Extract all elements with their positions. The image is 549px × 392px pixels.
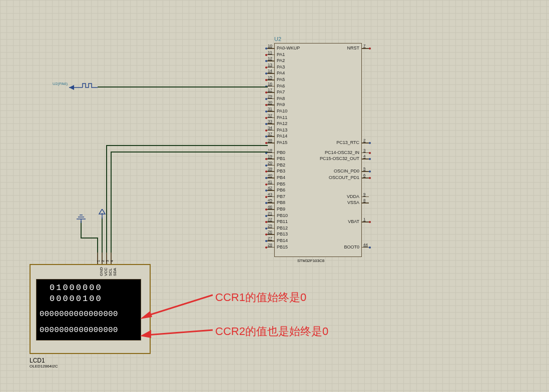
- pulse-icon[interactable]: [50, 78, 100, 90]
- pin-stub[interactable]: [267, 158, 274, 160]
- pin-stub[interactable]: [362, 178, 369, 178]
- pin-stub[interactable]: [267, 111, 274, 112]
- pin-label: PA6: [277, 84, 285, 88]
- pin-number: 33: [268, 119, 272, 124]
- pin-endpoint[interactable]: [265, 196, 267, 198]
- pin-stub[interactable]: [267, 190, 274, 191]
- pin-label: PB14: [277, 238, 288, 243]
- pin-stub[interactable]: [267, 234, 274, 235]
- pin-label: PB12: [277, 226, 288, 230]
- pin-endpoint[interactable]: [265, 98, 267, 100]
- wire-pb0-v[interactable]: [106, 145, 107, 253]
- pin-endpoint[interactable]: [369, 177, 371, 179]
- pin-stub[interactable]: [267, 178, 274, 178]
- pin-stub[interactable]: [267, 92, 274, 93]
- pin-endpoint[interactable]: [369, 48, 371, 50]
- pin-stub[interactable]: [267, 142, 274, 144]
- lcd-line-4: 0000000000000000: [40, 324, 138, 336]
- pin-label: VSSA: [347, 200, 359, 205]
- pin-stub[interactable]: [267, 48, 274, 49]
- lcd-pin-stub[interactable]: [97, 252, 98, 264]
- pin-label: PA1: [277, 52, 285, 57]
- lcd-pin-label: SDA: [113, 268, 117, 276]
- pin-number: 15: [268, 75, 272, 80]
- pin-stub[interactable]: [267, 202, 274, 204]
- pin-stub[interactable]: [362, 196, 369, 198]
- pin-stub[interactable]: [267, 152, 274, 154]
- pin-stub[interactable]: [267, 247, 274, 248]
- pin-stub[interactable]: [267, 171, 274, 172]
- pin-endpoint[interactable]: [265, 184, 267, 186]
- wire-pa6[interactable]: [98, 86, 268, 88]
- pin-endpoint[interactable]: [265, 66, 267, 68]
- pin-stub[interactable]: [267, 196, 274, 198]
- wire-gnd-h[interactable]: [81, 238, 98, 238]
- pin-stub[interactable]: [267, 86, 274, 87]
- pin-number: 22: [268, 217, 272, 222]
- lcd-pin-stub[interactable]: [111, 252, 112, 264]
- pin-endpoint[interactable]: [265, 130, 267, 132]
- pin-stub[interactable]: [267, 165, 274, 166]
- pin-endpoint[interactable]: [265, 215, 267, 217]
- wire-pb1-v[interactable]: [111, 152, 112, 253]
- pin-stub[interactable]: [267, 136, 274, 137]
- pin-stub[interactable]: [362, 202, 369, 204]
- pin-endpoint[interactable]: [265, 240, 267, 242]
- wire-pb1-h[interactable]: [111, 152, 268, 152]
- pin-endpoint[interactable]: [265, 110, 267, 112]
- pin-endpoint[interactable]: [265, 79, 267, 81]
- wire-pb0-h[interactable]: [106, 145, 268, 146]
- pin-endpoint[interactable]: [265, 54, 267, 56]
- pin-stub[interactable]: [362, 247, 369, 248]
- pin-stub[interactable]: [362, 142, 369, 144]
- pin-endpoint[interactable]: [265, 208, 267, 210]
- pin-number: 42: [268, 186, 272, 190]
- pin-stub[interactable]: [267, 184, 274, 185]
- pin-stub[interactable]: [267, 209, 274, 210]
- pin-endpoint[interactable]: [265, 117, 267, 119]
- pin-stub[interactable]: [267, 124, 274, 124]
- pin-endpoint[interactable]: [265, 142, 267, 144]
- pin-number: 17: [268, 88, 272, 92]
- pin-stub[interactable]: [267, 67, 274, 68]
- pin-stub[interactable]: [267, 104, 274, 106]
- pin-stub[interactable]: [267, 222, 274, 222]
- pin-endpoint[interactable]: [265, 164, 267, 166]
- wire-vcc-v[interactable]: [102, 218, 103, 253]
- pin-stub[interactable]: [362, 48, 369, 49]
- pin-stub[interactable]: [267, 240, 274, 242]
- pin-stub[interactable]: [267, 98, 274, 100]
- pin-endpoint[interactable]: [369, 142, 371, 144]
- pin-endpoint[interactable]: [265, 177, 267, 179]
- pin-endpoint[interactable]: [369, 246, 371, 248]
- pin-stub[interactable]: [267, 60, 274, 62]
- pin-endpoint[interactable]: [265, 228, 267, 230]
- lcd-pin-stub[interactable]: [102, 252, 103, 264]
- pin-endpoint[interactable]: [265, 246, 267, 248]
- pin-stub[interactable]: [267, 80, 274, 80]
- lcd-pin-label: SCL: [108, 268, 113, 276]
- lcd-line-2: 00000100: [40, 294, 138, 304]
- pin-stub[interactable]: [267, 54, 274, 56]
- pin-label: PB4: [277, 175, 285, 180]
- lcd-pin-stub[interactable]: [106, 252, 107, 264]
- pin-number: 4: [363, 154, 365, 158]
- pin-endpoint[interactable]: [369, 152, 371, 154]
- pin-stub[interactable]: [362, 171, 369, 172]
- pin-stub[interactable]: [267, 228, 274, 229]
- wire-gnd-v2[interactable]: [81, 221, 82, 238]
- pin-label: PA8: [277, 96, 285, 101]
- pin-number: 32: [268, 113, 272, 118]
- pin-label: PA15: [277, 140, 287, 145]
- pin-stub[interactable]: [267, 118, 274, 118]
- pin-stub[interactable]: [267, 73, 274, 74]
- pin-stub[interactable]: [362, 158, 369, 160]
- pin-stub[interactable]: [267, 130, 274, 131]
- pin-stub[interactable]: [267, 216, 274, 216]
- wire-gnd-v[interactable]: [97, 238, 98, 253]
- pin-stub[interactable]: [362, 152, 369, 154]
- svg-marker-9: [140, 311, 152, 319]
- lcd-line-3: 0000000000000000: [40, 308, 138, 320]
- pin-endpoint[interactable]: [265, 48, 267, 50]
- pin-stub[interactable]: [362, 222, 369, 222]
